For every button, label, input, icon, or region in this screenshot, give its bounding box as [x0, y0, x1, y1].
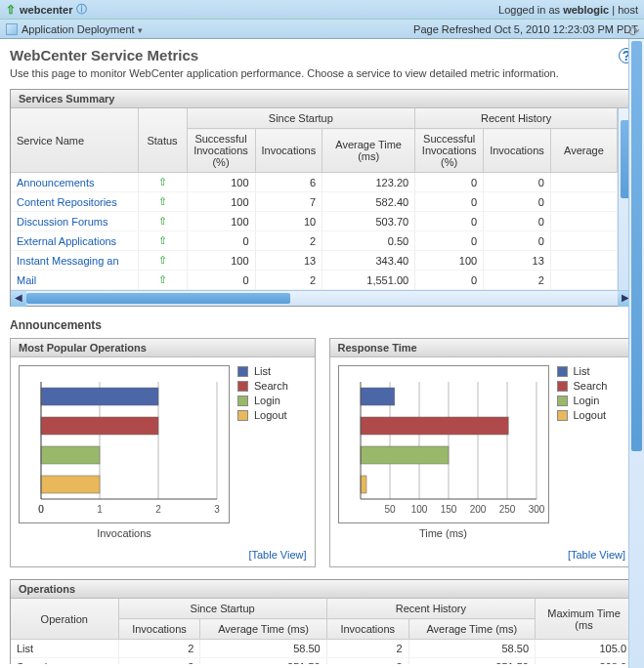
legend-item: Login — [557, 395, 608, 406]
table-row: Announcements⇧1006123.2000 — [11, 173, 618, 192]
chart2-legend: ListSearchLoginLogout — [557, 365, 608, 539]
legend-item: Search — [237, 380, 288, 392]
page-subtitle: Use this page to monitor WebCenter appli… — [10, 67, 634, 79]
svg-text:1: 1 — [97, 504, 103, 515]
table-row: Discussion Forums⇧10010503.7000 — [11, 212, 618, 231]
scroll-left-icon[interactable]: ◀ — [11, 291, 26, 307]
status-cell: ⇧ — [138, 192, 187, 212]
table-row: Instant Messaging an⇧10013343.4010013 — [11, 251, 618, 271]
svg-text:150: 150 — [440, 504, 456, 515]
status-cell: ⇧ — [138, 173, 187, 192]
svg-text:2: 2 — [155, 504, 161, 515]
status-up-icon: ⇧ — [6, 3, 16, 17]
chart-response-time: 50100150200250300 — [341, 372, 546, 519]
deployment-menu[interactable]: Application Deployment ▾ — [21, 23, 143, 35]
operations-table: Operation Since Startup Recent History M… — [11, 599, 633, 664]
response-time-panel: Response Time 50100150200250300 Time (ms… — [329, 338, 635, 567]
services-hscroll[interactable]: ◀ ▶ — [11, 290, 633, 306]
service-name-cell[interactable]: External Applications — [11, 231, 138, 251]
services-summary-header: Services Summary — [11, 90, 633, 108]
services-summary-panel: Services Summary Service Name Status Sin… — [10, 89, 634, 307]
info-icon[interactable]: ⓘ — [76, 2, 87, 17]
page-vscroll[interactable] — [628, 39, 644, 668]
table-row: Mail⇧021,551.0002 — [11, 271, 618, 290]
selected-service-title: Announcements — [10, 318, 634, 332]
chart2-xlabel: Time (ms) — [338, 527, 549, 539]
chart2-title: Response Time — [330, 339, 634, 357]
service-name-cell[interactable]: Content Repositories — [11, 192, 138, 212]
svg-rect-10 — [41, 417, 158, 435]
svg-rect-12 — [41, 476, 100, 493]
legend-item: Logout — [557, 409, 608, 421]
operations-panel: Operations Operation Since Startup Recen… — [10, 579, 634, 664]
status-cell: ⇧ — [138, 251, 187, 271]
svg-rect-28 — [361, 417, 508, 435]
svg-rect-30 — [361, 476, 366, 493]
table-view-link[interactable]: [Table View] — [568, 549, 625, 561]
login-info: Logged in as weblogic | host — [498, 4, 638, 16]
main-content: WebCenter Service Metrics ? Use this pag… — [0, 39, 644, 664]
table-row: External Applications⇧020.5000 — [11, 231, 618, 251]
legend-item: List — [557, 365, 608, 377]
operations-header: Operations — [11, 580, 633, 599]
legend-item: Logout — [237, 409, 288, 421]
chart1-xlabel: Invocations — [19, 527, 230, 539]
page-refreshed: Page Refreshed Oct 5, 2010 12:23:03 PM P… — [413, 23, 638, 35]
svg-text:100: 100 — [410, 504, 427, 515]
legend-item: Login — [237, 395, 288, 406]
svg-rect-9 — [41, 388, 158, 405]
service-name-cell[interactable]: Discussion Forums — [11, 212, 138, 231]
service-name-cell[interactable]: Mail — [11, 271, 138, 290]
most-popular-operations-panel: Most Popular Operations 01230 Invocation… — [10, 338, 316, 567]
sub-bar: Application Deployment ▾ Page Refreshed … — [0, 20, 644, 39]
svg-text:0: 0 — [38, 504, 44, 515]
status-cell: ⇧ — [138, 212, 187, 231]
svg-text:3: 3 — [214, 504, 220, 515]
service-name-cell[interactable]: Instant Messaging an — [11, 251, 138, 271]
svg-text:50: 50 — [384, 504, 396, 515]
svg-text:250: 250 — [498, 504, 515, 515]
refresh-icon[interactable]: ⟳ — [628, 23, 640, 39]
svg-text:300: 300 — [528, 504, 544, 515]
title-bar: ⇧ webcenter ⓘ Logged in as weblogic | ho… — [0, 0, 644, 20]
chart-most-popular: 01230 — [21, 372, 227, 519]
app-name: webcenter — [20, 4, 72, 16]
chart1-title: Most Popular Operations — [11, 339, 315, 357]
chevron-down-icon: ▾ — [138, 25, 143, 35]
legend-item: Search — [557, 380, 608, 392]
status-cell: ⇧ — [138, 231, 187, 251]
table-row: Content Repositories⇧1007582.4000 — [11, 192, 618, 212]
status-cell: ⇧ — [138, 271, 187, 290]
table-row: Search2251.502251.50268.0 — [11, 658, 633, 665]
legend-item: List — [237, 365, 288, 377]
svg-rect-27 — [361, 388, 395, 405]
svg-rect-11 — [41, 446, 100, 464]
page-title: WebCenter Service Metrics — [10, 47, 198, 63]
svg-rect-29 — [361, 446, 449, 464]
svg-text:200: 200 — [469, 504, 486, 515]
services-table: Service Name Status Since Startup Recent… — [11, 108, 618, 290]
chart1-legend: ListSearchLoginLogout — [237, 365, 288, 539]
table-row: List258.50258.50105.0 — [11, 640, 633, 658]
table-view-link[interactable]: [Table View] — [248, 549, 306, 561]
deployment-icon — [6, 23, 18, 35]
service-name-cell[interactable]: Announcements — [11, 173, 138, 192]
